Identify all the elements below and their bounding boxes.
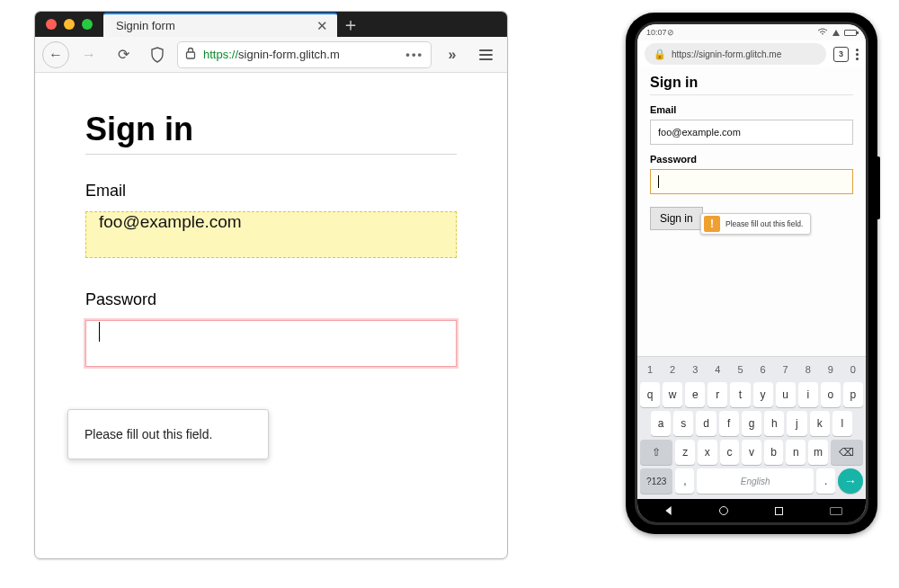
space-key[interactable]: English xyxy=(697,468,814,494)
signin-button[interactable]: Sign in xyxy=(650,207,703,230)
key-c[interactable]: c xyxy=(720,440,740,465)
backspace-key[interactable]: ⌫ xyxy=(831,440,863,465)
password-field[interactable] xyxy=(650,169,853,194)
key-0[interactable]: 0 xyxy=(843,361,863,379)
key-3[interactable]: 3 xyxy=(685,361,705,379)
nav-keyboard-switch-button[interactable] xyxy=(830,507,842,515)
email-field[interactable]: foo@example.com xyxy=(650,120,853,145)
key-1[interactable]: 1 xyxy=(640,361,660,379)
page-content: Sign in Email foo@example.com Password xyxy=(35,73,507,367)
warning-icon: ! xyxy=(704,216,720,232)
key-e[interactable]: e xyxy=(685,382,705,407)
battery-icon xyxy=(844,30,857,36)
browser-tab[interactable]: Signin form ✕ xyxy=(103,13,337,37)
kbd-row-2: asdfghjkl xyxy=(640,411,863,436)
key-l[interactable]: l xyxy=(832,411,852,436)
comma-key[interactable]: , xyxy=(675,468,694,494)
key-a[interactable]: a xyxy=(651,411,671,436)
key-n[interactable]: n xyxy=(786,440,806,465)
wifi-icon xyxy=(817,28,828,38)
key-o[interactable]: o xyxy=(821,382,841,407)
cell-signal-icon xyxy=(832,30,840,36)
mobile-menu-button[interactable] xyxy=(856,49,859,60)
symbols-key[interactable]: ?123 xyxy=(640,468,672,494)
tab-title: Signin form xyxy=(116,19,175,32)
minimize-window-button[interactable] xyxy=(64,19,75,30)
key-h[interactable]: h xyxy=(764,411,784,436)
key-5[interactable]: 5 xyxy=(730,361,750,379)
url-protocol: https:// xyxy=(203,48,238,61)
window-titlebar: Signin form ✕ ＋ xyxy=(35,12,507,37)
key-q[interactable]: q xyxy=(640,382,660,407)
kbd-number-row: 1234567890 xyxy=(640,361,863,379)
key-y[interactable]: y xyxy=(753,382,773,407)
kbd-row-4: ?123 , English . → xyxy=(640,468,863,494)
reload-button[interactable]: ⟳ xyxy=(109,40,138,69)
email-label: Email xyxy=(85,182,457,200)
mobile-page-content: Sign in Email foo@example.com Password S… xyxy=(637,67,866,356)
key-2[interactable]: 2 xyxy=(663,361,682,379)
close-tab-icon[interactable]: ✕ xyxy=(316,18,328,34)
key-k[interactable]: k xyxy=(810,411,830,436)
key-w[interactable]: w xyxy=(663,382,682,407)
enter-key[interactable]: → xyxy=(838,468,863,494)
key-s[interactable]: s xyxy=(673,411,693,436)
mobile-url: https://signin-form.glitch.me xyxy=(672,49,781,59)
key-x[interactable]: x xyxy=(698,440,717,465)
page-title: Sign in xyxy=(85,111,457,148)
forward-button[interactable]: → xyxy=(75,40,103,69)
key-t[interactable]: t xyxy=(730,382,750,407)
email-field[interactable]: foo@example.com xyxy=(85,211,457,258)
key-m[interactable]: m xyxy=(808,440,828,465)
app-menu-button[interactable] xyxy=(471,40,500,69)
mobile-address-bar[interactable]: 🔒 https://signin-form.glitch.me xyxy=(645,43,826,65)
page-actions-icon[interactable]: ••• xyxy=(405,48,423,61)
back-button[interactable]: ← xyxy=(42,41,69,68)
key-j[interactable]: j xyxy=(787,411,806,436)
lock-icon xyxy=(185,47,196,62)
nav-home-button[interactable] xyxy=(719,506,728,515)
key-u[interactable]: u xyxy=(776,382,796,407)
status-bar: 10:07 ⊘ xyxy=(637,24,866,40)
password-field[interactable] xyxy=(85,320,457,367)
key-4[interactable]: 4 xyxy=(708,361,727,379)
key-d[interactable]: d xyxy=(696,411,716,436)
zoom-window-button[interactable] xyxy=(82,19,93,30)
new-tab-button[interactable]: ＋ xyxy=(337,12,364,37)
desktop-browser-window: Signin form ✕ ＋ ← → ⟳ https://signin-for… xyxy=(34,11,508,559)
nav-back-button[interactable] xyxy=(662,506,671,515)
key-g[interactable]: g xyxy=(742,411,761,436)
heading-rule xyxy=(650,94,853,95)
text-caret xyxy=(658,175,659,188)
page-title: Sign in xyxy=(650,75,853,91)
text-caret xyxy=(99,322,100,342)
shift-key[interactable]: ⇧ xyxy=(640,440,672,465)
key-8[interactable]: 8 xyxy=(798,361,818,379)
validation-message: Please fill out this field. xyxy=(725,219,803,228)
tab-switcher-button[interactable]: 3 xyxy=(833,47,849,62)
overflow-chevron-icon[interactable]: » xyxy=(437,40,466,69)
key-p[interactable]: p xyxy=(843,382,863,407)
key-6[interactable]: 6 xyxy=(753,361,773,379)
tab-count: 3 xyxy=(839,49,843,58)
close-window-button[interactable] xyxy=(46,19,57,30)
soft-keyboard: 1234567890 qwertyuiop asdfghjkl ⇧ zxcvbn… xyxy=(637,356,866,499)
tracking-shield-icon[interactable] xyxy=(143,40,172,69)
key-v[interactable]: v xyxy=(742,440,761,465)
key-z[interactable]: z xyxy=(675,440,695,465)
address-bar[interactable]: https://signin-form.glitch.m ••• xyxy=(177,41,432,68)
validation-tooltip: ! Please fill out this field. xyxy=(700,213,811,235)
email-value: foo@example.com xyxy=(658,127,741,138)
key-f[interactable]: f xyxy=(719,411,739,436)
key-7[interactable]: 7 xyxy=(776,361,796,379)
key-b[interactable]: b xyxy=(764,440,784,465)
key-i[interactable]: i xyxy=(798,382,818,407)
nav-recents-button[interactable] xyxy=(775,507,783,515)
email-value: foo@example.com xyxy=(99,212,242,231)
kbd-row-3: ⇧ zxcvbnm ⌫ xyxy=(640,440,863,465)
key-9[interactable]: 9 xyxy=(821,361,841,379)
phone-power-button xyxy=(877,156,880,219)
period-key[interactable]: . xyxy=(816,468,835,494)
email-label: Email xyxy=(650,104,853,115)
key-r[interactable]: r xyxy=(708,382,727,407)
